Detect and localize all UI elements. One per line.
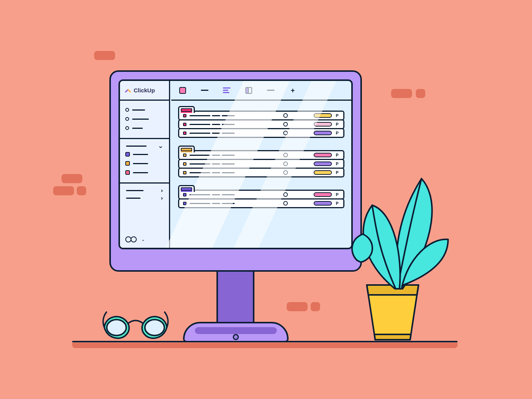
- gantt-view-button[interactable]: [223, 87, 230, 94]
- group-status-tab[interactable]: [178, 106, 195, 113]
- app-logo[interactable]: ClickUp: [120, 81, 169, 101]
- sidebar-nav-item[interactable]: [125, 124, 164, 132]
- nav-label-placeholder: [132, 128, 143, 129]
- nav-label-placeholder: [132, 119, 149, 120]
- space-label-placeholder: [133, 172, 148, 173]
- task-groups: PPPPPPPP: [171, 101, 351, 248]
- priority-flag-icon[interactable]: P: [335, 113, 339, 118]
- list-view-button[interactable]: [179, 87, 186, 94]
- clickup-logo-icon: [125, 87, 131, 94]
- assignee-icon[interactable]: [283, 162, 288, 166]
- svg-point-2: [107, 320, 126, 336]
- monitor-stand-neck: [216, 270, 254, 323]
- assignee-icon[interactable]: [283, 122, 288, 127]
- monitor-power-indicator: [233, 334, 239, 340]
- plus-icon: +: [291, 87, 295, 94]
- bullet-icon: [125, 126, 129, 130]
- space-item[interactable]: [125, 160, 164, 167]
- brick: [77, 186, 86, 195]
- task-row[interactable]: P: [178, 168, 344, 177]
- svg-point-3: [145, 320, 164, 336]
- sidebar: ClickUp ⌄ ›: [120, 81, 170, 248]
- task-status-icon: [183, 202, 186, 205]
- task-status-icon: [183, 154, 186, 157]
- spaces-label-placeholder: [126, 146, 147, 147]
- task-status-icon: [183, 171, 186, 174]
- task-status-icon: [183, 162, 186, 166]
- bars-icon: [223, 87, 230, 93]
- space-label-placeholder: [133, 154, 148, 155]
- task-title-placeholder: [189, 115, 267, 116]
- brick: [53, 186, 74, 195]
- folder-item[interactable]: ›: [125, 187, 164, 193]
- task-tag[interactable]: [314, 162, 332, 166]
- plant: [334, 163, 456, 293]
- add-view-button[interactable]: +: [289, 87, 297, 94]
- toolbar-item[interactable]: [267, 87, 275, 94]
- brick: [287, 302, 308, 311]
- task-tag[interactable]: [314, 170, 332, 175]
- svg-rect-1: [246, 87, 248, 93]
- main-area: + PPPPPPPP: [171, 81, 351, 248]
- assignee-icon[interactable]: [283, 113, 288, 118]
- task-group: PPP: [178, 146, 344, 177]
- space-label-placeholder: [133, 163, 148, 164]
- task-tag[interactable]: [314, 113, 332, 118]
- screen: ClickUp ⌄ ›: [118, 79, 353, 249]
- space-color-icon: [125, 152, 130, 157]
- spaces-header[interactable]: ⌄: [125, 143, 164, 149]
- space-item[interactable]: [125, 169, 164, 176]
- square-icon: [179, 87, 186, 94]
- task-status-icon: [183, 123, 186, 126]
- space-color-icon: [125, 170, 130, 175]
- priority-flag-icon[interactable]: P: [335, 153, 339, 157]
- task-tag[interactable]: [314, 122, 332, 127]
- avatar-icon: [131, 236, 137, 242]
- toolbar-item[interactable]: [201, 87, 208, 94]
- task-row[interactable]: P: [178, 198, 344, 208]
- dash-icon: [201, 90, 208, 91]
- priority-flag-icon[interactable]: P: [335, 122, 339, 127]
- dash-icon: [267, 90, 275, 91]
- priority-flag-icon[interactable]: P: [335, 131, 339, 135]
- monitor: ClickUp ⌄ ›: [109, 70, 362, 272]
- group-status-tab[interactable]: [178, 185, 195, 192]
- sidebar-spaces: ⌄: [120, 139, 169, 182]
- task-tag[interactable]: [314, 192, 332, 197]
- assignee-icon[interactable]: [283, 201, 288, 206]
- task-tag[interactable]: [314, 153, 332, 157]
- task-title-placeholder: [189, 124, 267, 125]
- app-name: ClickUp: [134, 87, 155, 93]
- task-title-placeholder: [189, 194, 267, 195]
- workspace-switcher[interactable]: ⌄: [120, 232, 169, 248]
- nav-label-placeholder: [132, 109, 145, 111]
- chevron-right-icon: ›: [161, 187, 163, 193]
- sidebar-nav-item[interactable]: [125, 115, 164, 123]
- task-group: PP: [178, 185, 344, 208]
- assignee-icon[interactable]: [283, 192, 288, 197]
- sidebar-nav-item[interactable]: [125, 106, 164, 114]
- assignee-icon[interactable]: [283, 131, 288, 135]
- assignee-icon[interactable]: [283, 153, 288, 157]
- task-group: PPP: [178, 106, 344, 138]
- sidebar-nav: [120, 101, 169, 138]
- group-status-tab[interactable]: [178, 146, 195, 152]
- sidebar-folders: › ›: [120, 184, 169, 207]
- brick: [94, 51, 115, 60]
- brick: [62, 174, 82, 183]
- desk-shadow: [72, 343, 458, 348]
- task-title-placeholder: [189, 155, 267, 156]
- folder-item[interactable]: ›: [125, 195, 164, 201]
- task-title-placeholder: [189, 203, 267, 204]
- task-tag[interactable]: [314, 131, 332, 135]
- task-tag[interactable]: [314, 201, 332, 206]
- space-item[interactable]: [125, 150, 164, 158]
- task-status-icon: [183, 114, 186, 117]
- brick: [416, 89, 425, 98]
- assignee-icon[interactable]: [283, 170, 288, 175]
- board-view-button[interactable]: [245, 87, 253, 94]
- bullet-icon: [125, 117, 129, 121]
- folder-label-placeholder: [126, 198, 140, 199]
- view-toolbar: +: [171, 81, 351, 101]
- task-row[interactable]: P: [178, 128, 344, 138]
